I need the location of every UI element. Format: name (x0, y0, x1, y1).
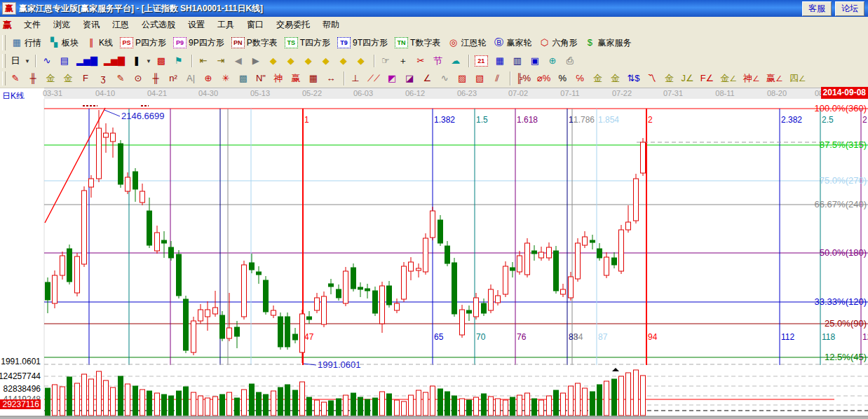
tool-info-board-button[interactable]: ▤ (57, 54, 74, 68)
tool-web-link-button[interactable]: ⊕ (545, 54, 562, 68)
tool-red-grid-2-button[interactable]: ▧ (472, 71, 489, 85)
tool-width-arrows-button[interactable]: ↔ (323, 71, 341, 85)
tool-percent-slash-button[interactable]: ⌀% (535, 71, 555, 85)
menu-item-8[interactable]: 交易委托 (270, 17, 316, 33)
tool-box-grid-button[interactable]: ▩ (236, 71, 253, 85)
tool-expand-horizontal-button[interactable]: ◆ (301, 54, 318, 68)
tool-compress-all-button[interactable]: ◆ (353, 54, 371, 68)
tool-j-angle-button[interactable]: J∠ (679, 71, 698, 85)
tool-crosshair-button[interactable]: ＋ (395, 54, 413, 68)
tool-shen-comb-button[interactable]: 神 (271, 71, 288, 85)
hexagon-button[interactable]: ⬡六角形 (535, 36, 581, 50)
kline-button[interactable]: ∥K线 (82, 36, 116, 50)
time-circle-icon: ⊙ (133, 73, 144, 84)
menu-item-1[interactable]: 浏览 (47, 17, 76, 33)
tool-pen-tool-button[interactable]: ✎ (8, 71, 25, 85)
tool-n-quote-button[interactable]: Ν" (253, 71, 271, 85)
title-bar[interactable]: 赢 赢家江恩专业版[赢家服务平台] - [上证指数 SH1A0001-111日K… (0, 0, 868, 17)
gann-wheel-button[interactable]: ◎江恩轮 (444, 36, 489, 50)
p-number-table-button[interactable]: PNP数字表 (228, 36, 281, 50)
tool-gold-line-button[interactable]: 金 (607, 71, 625, 85)
tool-first-page-button[interactable]: ⇤ (196, 54, 213, 68)
tool-slant-lines-button[interactable]: ⫽ (489, 71, 507, 85)
tool-n-square-button[interactable]: n² (165, 71, 183, 85)
tool-wave-line-button[interactable]: ∿ (437, 71, 454, 85)
tool-f-angle-button[interactable]: F∠ (698, 71, 719, 85)
tool-fan-box-2-button[interactable]: ◪ (402, 71, 419, 85)
tool-gold-comb-2-button[interactable]: 金 (60, 71, 78, 85)
tool-calendar-21-button[interactable]: 21 (473, 54, 492, 68)
tool-festival-marker-button[interactable]: 节 (430, 54, 448, 68)
tool-angle-lines-button[interactable]: ∠ (419, 71, 437, 85)
tool-circle-cross-button[interactable]: ⊕ (201, 71, 218, 85)
tool-kline-9-bars-button[interactable]: ▂▅▇ (102, 54, 129, 68)
t-square-button[interactable]: TST四方形 (281, 36, 334, 50)
tool-time-circle-button[interactable]: ⊙ (130, 71, 148, 85)
tool-dollar-updown-button[interactable]: ⇅$ (625, 71, 644, 85)
tool-gold-circle-button[interactable]: 金 (590, 71, 607, 85)
tool-kline-3-bars-button[interactable]: ▂▅▇ (74, 54, 102, 68)
tool-gann-comb-button[interactable]: ╫ (25, 71, 43, 85)
tool-cut-tool-button[interactable]: ✂ (413, 54, 430, 68)
t-number-table-button[interactable]: TNT数字表 (391, 36, 444, 50)
menu-item-6[interactable]: 工具 (211, 17, 240, 33)
customer-service-button[interactable]: 客服 (802, 1, 832, 16)
tool-cloud-tool-button[interactable]: ☁ (448, 54, 466, 68)
tool-gold-line-2-button[interactable]: 金 (662, 71, 679, 85)
tool-gold-angle-button[interactable]: 金∠ (718, 71, 741, 85)
tool-four-angle-button[interactable]: 四∠ (787, 71, 811, 85)
tool-candle-type-dropdown-button[interactable]: ❚▼ (129, 54, 154, 68)
tool-save-disk-button[interactable]: ▣ (527, 54, 545, 68)
tool-notepad-button[interactable]: ▥ (510, 54, 527, 68)
tool-plain-comb-button[interactable]: ╫ (148, 71, 165, 85)
tool-a-angle-button[interactable]: A| (183, 71, 201, 85)
tool-shen-angle-button[interactable]: 神∠ (741, 71, 764, 85)
tool-fan-box-1-button[interactable]: ◩ (384, 71, 402, 85)
tool-ying-comb-button[interactable]: 赢 (288, 71, 306, 85)
tool-last-page-button[interactable]: ⇥ (213, 54, 231, 68)
menu-item-0[interactable]: 文件 (18, 17, 47, 33)
tool-calculator-button[interactable]: ▦ (492, 54, 510, 68)
tool-period-day-dropdown-button[interactable]: 日▼ (8, 54, 32, 68)
9t-square-button[interactable]: T99T四方形 (334, 36, 391, 50)
9p-square-button[interactable]: P99P四方形 (170, 36, 228, 50)
tool-page-next-button[interactable]: ▶ (248, 54, 266, 68)
tool-percent-button[interactable]: % (555, 71, 572, 85)
tool-gold-comb-1-button[interactable]: 金 (43, 71, 60, 85)
tool-split-horizontal-button[interactable]: ◆ (318, 54, 336, 68)
tool-brush-grid-button[interactable]: ✎ (113, 71, 130, 85)
menu-item-4[interactable]: 公式选股 (135, 17, 182, 33)
tool-shift-right-button[interactable]: ◆ (283, 54, 301, 68)
tool-grid-123-button[interactable]: ▦ (306, 71, 323, 85)
menu-item-9[interactable]: 帮助 (316, 17, 346, 33)
tool-percent-line-button[interactable]: ℅ (572, 71, 590, 85)
winner-service-button[interactable]: $赢家服务 (581, 36, 635, 50)
tool-shift-left-button[interactable]: ◆ (266, 54, 283, 68)
menu-item-7[interactable]: 窗口 (240, 17, 270, 33)
menu-item-3[interactable]: 江恩 (106, 17, 135, 33)
tool-f-comb-button[interactable]: F (78, 71, 95, 85)
tool-compress-vertical-button[interactable]: ◆ (336, 54, 353, 68)
tool-star-grid-button[interactable]: ✳ (218, 71, 236, 85)
chart-canvas[interactable]: 100.0%(360)87.5%(315)75.0%(270)66.67%(24… (0, 99, 868, 419)
forum-button[interactable]: 论坛 (835, 1, 864, 16)
tool-drag-hand-button[interactable]: ☞ (378, 54, 395, 68)
menu-item-2[interactable]: 资讯 (76, 17, 106, 33)
winner-wheel-button[interactable]: Ⓑ赢家轮 (489, 36, 535, 50)
tool-box-axis-button[interactable]: ⊥ (348, 71, 365, 85)
tool-ying-angle-button[interactable]: 赢∠ (764, 71, 787, 85)
tool-curve-tool-button[interactable]: ∿ (39, 54, 57, 68)
sectors-button[interactable]: ▚板块 (45, 36, 82, 50)
tool-scale-percent-button[interactable]: ╠% (514, 71, 535, 85)
tool-page-prev-button[interactable]: ◀ (231, 54, 248, 68)
quotes-button[interactable]: ▦行情 (8, 36, 45, 50)
tool-flag-chart-button[interactable]: ⚑ (171, 54, 189, 68)
tool-spiral-comb-button[interactable]: ʒ (95, 71, 113, 85)
menu-item-5[interactable]: 设置 (182, 17, 211, 33)
tool-ray-fan-button[interactable]: ⟋⟋ (365, 71, 384, 85)
tool-red-grid-1-button[interactable]: ▨ (454, 71, 472, 85)
p-square-button[interactable]: PSP四方形 (116, 36, 170, 50)
tool-printer-button[interactable]: ⎙ (562, 54, 580, 68)
tool-pattern-board-button[interactable]: ▩ (154, 54, 171, 68)
tool-wave-mark-button[interactable]: 〽 (644, 71, 662, 85)
